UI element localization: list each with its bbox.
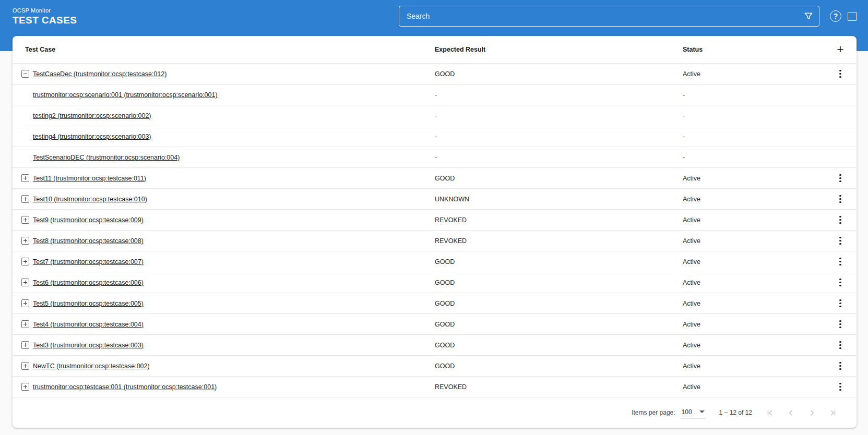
table-row: Test11 (trustmonitor:ocsp:testcase:011) …: [13, 167, 857, 188]
status-value: -: [683, 91, 824, 99]
table-row: Test8 (trustmonitor:ocsp:testcase:008) R…: [13, 230, 857, 251]
filter-icon[interactable]: [803, 10, 814, 22]
expand-toggle-icon[interactable]: [21, 299, 29, 307]
status-value: -: [683, 133, 824, 140]
expand-toggle-icon[interactable]: [21, 320, 29, 328]
app-name: OCSP Monitor: [13, 7, 399, 14]
test-case-link[interactable]: Test3 (trustmonitor:ocsp:testcase:003): [33, 342, 144, 349]
row-menu-button[interactable]: [834, 318, 847, 331]
test-case-link[interactable]: Test5 (trustmonitor:ocsp:testcase:005): [33, 300, 144, 307]
row-menu-button[interactable]: [834, 235, 847, 247]
expected-result-value: REVOKED: [435, 216, 683, 224]
test-case-link[interactable]: TestScenarioDEC (trustmonitor:ocsp:scena…: [33, 154, 180, 161]
add-test-case-button[interactable]: +: [835, 44, 846, 55]
items-per-page-select[interactable]: 100: [681, 407, 706, 418]
expected-result-value: GOOD: [435, 175, 683, 182]
search-input[interactable]: [399, 6, 819, 27]
expected-result-value: GOOD: [435, 70, 683, 78]
table-row: trustmonitor:ocsp:testcase:001 (trustmon…: [13, 376, 857, 397]
status-value: Active: [683, 342, 824, 349]
row-menu-button[interactable]: [834, 193, 847, 206]
test-cases-card: Test Case Expected Result Status + TestC…: [13, 36, 857, 428]
expected-result-value: -: [435, 154, 683, 161]
items-per-page-value: 100: [682, 408, 692, 416]
test-case-link[interactable]: Test7 (trustmonitor:ocsp:testcase:007): [33, 258, 144, 265]
last-page-button[interactable]: [822, 402, 843, 423]
table-row: Test9 (trustmonitor:ocsp:testcase:009) R…: [13, 209, 857, 230]
test-case-link[interactable]: trustmonitor:ocsp:testcase:001 (trustmon…: [33, 383, 217, 391]
expected-result-value: REVOKED: [435, 237, 683, 245]
status-value: Active: [683, 258, 824, 265]
status-value: Active: [683, 196, 824, 203]
status-value: Active: [683, 383, 824, 391]
expand-toggle-icon[interactable]: [21, 237, 29, 245]
table-row: testing4 (trustmonitor:ocsp:scenario:003…: [13, 126, 857, 147]
expand-toggle-icon[interactable]: [21, 216, 29, 224]
first-page-button[interactable]: [759, 402, 780, 423]
table-row: NewTC (trustmonitor:ocsp:testcase:002) G…: [13, 355, 857, 376]
test-case-link[interactable]: Test6 (trustmonitor:ocsp:testcase:006): [33, 279, 144, 286]
test-case-link[interactable]: Test11 (trustmonitor:ocsp:testcase:011): [33, 175, 146, 182]
page-range-label: 1 – 12 of 12: [719, 409, 752, 416]
expected-result-value: GOOD: [435, 300, 683, 307]
expand-toggle-icon[interactable]: [21, 341, 29, 349]
table-row: TestCaseDec (trustmonitor:ocsp:testcase:…: [13, 63, 857, 84]
expected-result-value: GOOD: [435, 258, 683, 265]
row-menu-button[interactable]: [834, 276, 847, 289]
status-value: Active: [683, 279, 824, 286]
page-title: TEST CASES: [13, 15, 399, 26]
expand-toggle-icon[interactable]: [21, 195, 29, 203]
status-value: Active: [683, 321, 824, 328]
table-row: testing2 (trustmonitor:ocsp:scenario:002…: [13, 105, 857, 126]
row-menu-button[interactable]: [834, 381, 847, 393]
status-value: -: [683, 154, 824, 161]
test-case-link[interactable]: testing2 (trustmonitor:ocsp:scenario:002…: [33, 112, 151, 119]
row-menu-button[interactable]: [834, 172, 847, 185]
table-row: TestScenarioDEC (trustmonitor:ocsp:scena…: [13, 147, 857, 167]
items-per-page-label: Items per page:: [632, 409, 675, 416]
table-row: Test10 (trustmonitor:ocsp:testcase:010) …: [13, 188, 857, 209]
expected-result-value: -: [435, 133, 683, 140]
test-case-link[interactable]: trustmonitor:ocsp:scenario:001 (trustmon…: [33, 91, 218, 99]
previous-page-button[interactable]: [780, 402, 801, 423]
test-case-link[interactable]: testing4 (trustmonitor:ocsp:scenario:003…: [33, 133, 151, 140]
test-case-link[interactable]: NewTC (trustmonitor:ocsp:testcase:002): [33, 362, 150, 370]
test-case-link[interactable]: TestCaseDec (trustmonitor:ocsp:testcase:…: [33, 70, 167, 78]
row-menu-button[interactable]: [834, 297, 847, 310]
expected-result-value: GOOD: [435, 279, 683, 286]
expand-toggle-icon[interactable]: [21, 362, 29, 370]
table-header: Test Case Expected Result Status +: [13, 36, 857, 63]
help-icon[interactable]: ?: [830, 10, 841, 22]
table-row: Test5 (trustmonitor:ocsp:testcase:005) G…: [13, 293, 857, 313]
column-header-test-case: Test Case: [13, 46, 435, 53]
table-row: Test4 (trustmonitor:ocsp:testcase:004) G…: [13, 313, 857, 334]
expected-result-value: UNKNOWN: [435, 196, 683, 203]
expected-result-value: -: [435, 91, 683, 99]
expand-toggle-icon[interactable]: [21, 258, 29, 265]
test-case-link[interactable]: Test9 (trustmonitor:ocsp:testcase:009): [33, 216, 144, 224]
row-menu-button[interactable]: [834, 68, 847, 80]
test-case-link[interactable]: Test10 (trustmonitor:ocsp:testcase:010): [33, 196, 147, 203]
status-value: Active: [683, 70, 824, 78]
row-menu-button[interactable]: [834, 256, 847, 268]
test-case-link[interactable]: Test8 (trustmonitor:ocsp:testcase:008): [33, 237, 144, 245]
table-row: trustmonitor:ocsp:scenario:001 (trustmon…: [13, 84, 857, 105]
expand-toggle-icon[interactable]: [21, 279, 29, 286]
row-menu-button[interactable]: [834, 339, 847, 352]
search-box: [399, 6, 819, 27]
status-value: Active: [683, 362, 824, 370]
expand-toggle-icon[interactable]: [21, 70, 29, 78]
expected-result-value: REVOKED: [435, 383, 683, 391]
expand-toggle-icon[interactable]: [21, 174, 29, 182]
status-value: Active: [683, 237, 824, 245]
window-icon[interactable]: [848, 12, 857, 21]
expected-result-value: -: [435, 112, 683, 119]
row-menu-button[interactable]: [834, 360, 847, 372]
table-row: Test6 (trustmonitor:ocsp:testcase:006) G…: [13, 272, 857, 293]
column-header-status: Status: [683, 46, 824, 53]
next-page-button[interactable]: [801, 402, 822, 423]
expected-result-value: GOOD: [435, 342, 683, 349]
test-case-link[interactable]: Test4 (trustmonitor:ocsp:testcase:004): [33, 321, 144, 328]
expand-toggle-icon[interactable]: [21, 383, 29, 391]
row-menu-button[interactable]: [834, 214, 847, 226]
